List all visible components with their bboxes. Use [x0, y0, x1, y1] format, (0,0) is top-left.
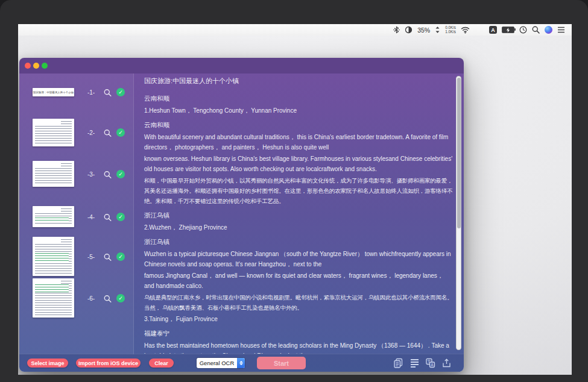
magnifier-icon[interactable] [104, 252, 112, 260]
thumbnail-text-lines [35, 239, 72, 274]
doc-paragraph: famous Jinghang Canal， and well — known … [144, 271, 454, 291]
bottom-toolbar: Select image Import from iOS device Clea… [19, 354, 464, 372]
doc-paragraph: 和顺，中国最早开始对外贸易的小镇，以其秀丽的自然风光和丰富的文化传统，成为了许多… [144, 175, 454, 206]
ocr-success-check-icon: ✓ [116, 213, 125, 221]
ocr-success-check-icon: ✓ [116, 128, 125, 137]
magnifier-icon[interactable] [104, 89, 112, 96]
sidebar-page-row: -5-✓ [19, 237, 133, 276]
ocr-mode-select[interactable]: General OCR [197, 358, 245, 368]
text-list-icon[interactable] [409, 357, 420, 369]
doc-paragraph: Wuzhen is a typical picturesque Chinese … [144, 249, 454, 269]
screen: 35% 0.0K/s 1.0K/s A [18, 24, 572, 375]
page-thumbnail[interactable] [33, 161, 74, 187]
doc-heading: 福建泰宁 [144, 328, 454, 339]
scrollbar-thumb[interactable] [457, 78, 461, 228]
magnifier-icon[interactable] [104, 129, 112, 137]
battery-charging-icon[interactable] [502, 27, 514, 34]
sidebar-page-row: 国庆旅游：中国最迷人的十个小镇-1-✓ [19, 88, 133, 96]
vertical-scrollbar[interactable] [456, 76, 461, 350]
zoom-window-button[interactable] [42, 63, 48, 69]
page-index-label: -1- [83, 89, 99, 96]
ocr-success-check-icon: ✓ [116, 88, 125, 96]
bluetooth-icon[interactable] [393, 24, 400, 36]
wifi-icon[interactable] [461, 24, 470, 36]
doc-paragraph: known overseas. Heshun library is China'… [144, 154, 454, 174]
sidebar-page-row: -6-✓ [19, 278, 133, 318]
page-thumbnail[interactable] [33, 278, 74, 318]
notification-center-icon[interactable] [557, 24, 565, 36]
doc-heading: 云南和顺 [144, 93, 454, 104]
menubar-spacer [475, 30, 484, 30]
sidebar-page-row: -2-✓ [19, 119, 133, 146]
page-index-label: -4- [83, 213, 99, 220]
doc-paragraph: 乌镇是典型的江南水乡，时常出现在中国的小说和电视剧里。毗邻杭州，紧靠京杭大运河，… [144, 292, 454, 313]
page-index-label: -5- [83, 253, 99, 260]
spotlight-search-icon[interactable] [532, 24, 540, 36]
page-index-label: -2- [83, 130, 99, 136]
ocr-success-check-icon: ✓ [116, 294, 125, 302]
magnifier-icon[interactable] [104, 294, 112, 302]
window-titlebar[interactable] [19, 58, 464, 74]
ocr-success-check-icon: ✓ [116, 252, 125, 261]
window-body: 国庆旅游：中国最迷人的十个小镇-1-✓-2-✓-3-✓-4-✓-5-✓-6-✓ … [19, 74, 464, 372]
download-speed: 1.0K/s [445, 30, 456, 34]
doc-paragraph: 2.Wuzhen， Zhejiang Province [144, 222, 454, 233]
page-thumbnail[interactable]: 国庆旅游：中国最迷人的十个小镇 [33, 88, 74, 96]
magnifier-icon[interactable] [104, 170, 112, 178]
thumbnail-text-lines [35, 121, 72, 144]
doc-paragraph: With beautiful scenery and abundant cult… [144, 132, 454, 152]
doc-heading: 浙江乌镇 [144, 210, 454, 221]
battery-percent-label[interactable]: 35% [417, 24, 430, 36]
import-from-ios-button[interactable]: Import from iOS device [76, 359, 141, 368]
minimize-window-button[interactable] [33, 63, 39, 69]
start-button[interactable]: Start [257, 357, 306, 369]
laptop-bezel: 35% 0.0K/s 1.0K/s A [0, 0, 588, 382]
sidebar-page-row: -4-✓ [19, 206, 133, 227]
thumbnail-text-lines [35, 281, 72, 315]
progress-ring-icon[interactable] [405, 24, 413, 36]
copy-text-icon[interactable] [393, 357, 404, 369]
ocr-app-window: 国庆旅游：中国最迷人的十个小镇-1-✓-2-✓-3-✓-4-✓-5-✓-6-✓ … [19, 58, 464, 372]
thumbnail-text-lines [35, 163, 72, 184]
doc-paragraph: 1.Heshun Town， Tengchong County， Yunnan … [144, 105, 454, 116]
siri-icon[interactable] [545, 26, 552, 34]
ocr-success-check-icon: ✓ [116, 170, 125, 178]
thumbnail-text-lines [35, 208, 72, 225]
sidebar-page-list: 国庆旅游：中国最迷人的十个小镇-1-✓-2-✓-3-✓-4-✓-5-✓-6-✓ [19, 74, 134, 354]
menu-bar: 35% 0.0K/s 1.0K/s A [18, 24, 572, 36]
ocr-text-view[interactable]: 国庆旅游:中国最迷人的十个小镇云南和顺1.Heshun Town， Tengch… [144, 74, 454, 354]
page-index-label: -3- [83, 171, 99, 177]
page-thumbnail[interactable] [33, 119, 74, 146]
page-index-label: -6- [83, 295, 99, 301]
doc-title: 国庆旅游:中国最迷人的十个小镇 [144, 76, 454, 86]
ocr-mode-value: General OCR [197, 360, 237, 366]
doc-heading: 浙江乌镇 [144, 237, 454, 247]
magnifier-icon[interactable] [104, 213, 112, 221]
close-window-button[interactable] [25, 63, 31, 69]
doc-paragraph: Has the best maintained hometown houses … [144, 340, 454, 354]
select-image-button[interactable]: Select image [27, 359, 68, 368]
svg-text:A: A [431, 363, 434, 367]
select-stepper-icon [237, 358, 245, 368]
clock-icon[interactable] [519, 24, 527, 36]
clear-button[interactable]: Clear [149, 359, 174, 368]
translate-icon[interactable]: 文A [425, 357, 436, 369]
input-source-icon[interactable]: A [489, 26, 497, 34]
page-thumbnail[interactable] [33, 237, 74, 276]
page-thumbnail[interactable] [33, 206, 74, 227]
doc-paragraph: 3.Taining， Fujian Province [144, 314, 454, 324]
updown-arrows-icon [435, 24, 440, 36]
export-upload-icon[interactable] [441, 357, 452, 369]
doc-heading: 云南和顺 [144, 120, 454, 130]
network-speed-readout[interactable]: 0.0K/s 1.0K/s [445, 26, 456, 34]
sidebar-page-row: -3-✓ [19, 161, 133, 187]
